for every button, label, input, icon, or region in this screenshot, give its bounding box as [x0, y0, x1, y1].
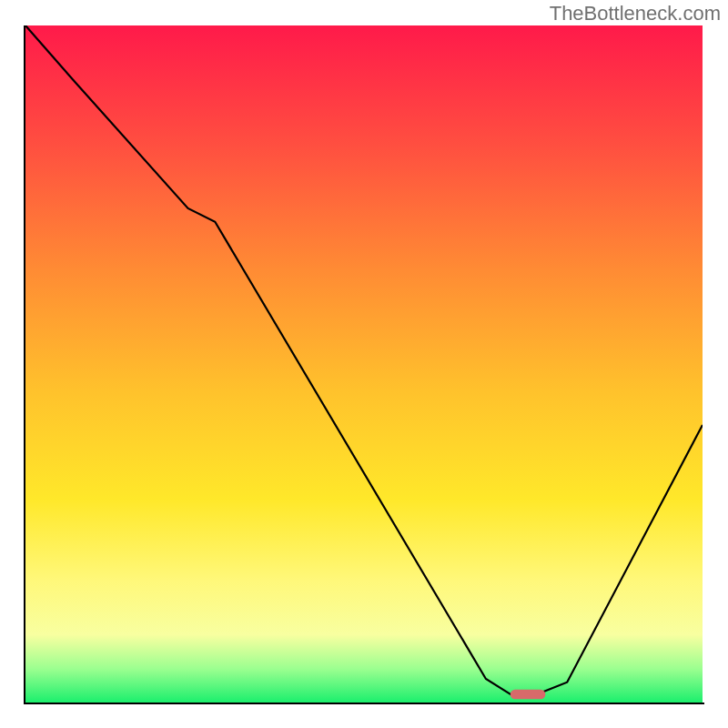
chart-container: TheBottleneck.com — [0, 0, 728, 728]
y-axis-line — [24, 25, 25, 704]
watermark-text: TheBottleneck.com — [550, 2, 721, 25]
marker-svg — [25, 25, 703, 703]
x-axis-line — [24, 703, 704, 704]
optimal-marker — [511, 690, 546, 699]
